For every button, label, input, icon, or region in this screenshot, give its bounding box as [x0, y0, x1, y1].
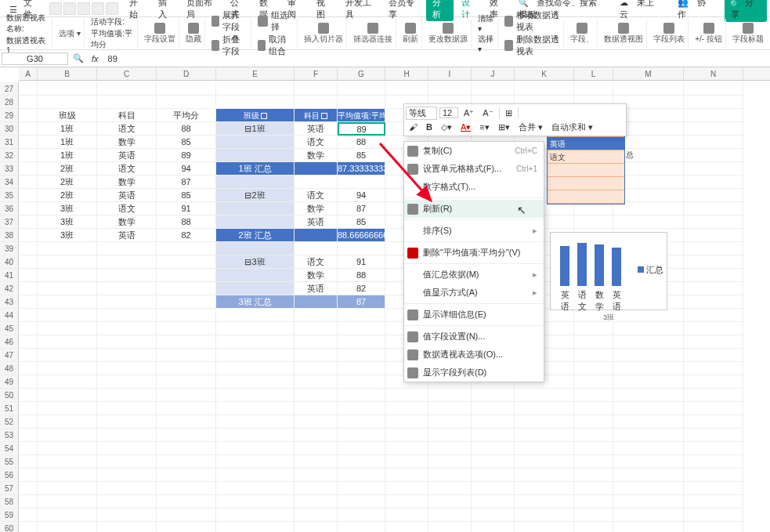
- cell[interactable]: [216, 322, 295, 335]
- cell[interactable]: [38, 469, 97, 482]
- ctx-item[interactable]: 删除"平均值项:平均分"(V): [404, 244, 544, 262]
- cell[interactable]: [295, 375, 338, 389]
- cell[interactable]: [38, 309, 97, 322]
- cell[interactable]: [216, 455, 295, 469]
- row-header[interactable]: 36: [0, 202, 19, 215]
- active-field-value[interactable]: 平均值项:平均分: [91, 28, 133, 50]
- bold-button[interactable]: B: [423, 121, 436, 132]
- cell[interactable]: [157, 455, 216, 469]
- cell[interactable]: [684, 189, 743, 202]
- row-header[interactable]: 58: [0, 495, 19, 508]
- cell[interactable]: [472, 402, 515, 415]
- cell[interactable]: [385, 455, 428, 469]
- cell[interactable]: [216, 136, 295, 149]
- cell[interactable]: [684, 375, 743, 389]
- cell[interactable]: [157, 349, 216, 362]
- cell[interactable]: [38, 282, 97, 295]
- cell[interactable]: [216, 309, 295, 322]
- col-m[interactable]: M: [613, 67, 684, 80]
- cell[interactable]: 89: [157, 149, 216, 162]
- font-family-select[interactable]: 等线: [406, 107, 437, 120]
- cell[interactable]: [19, 349, 38, 362]
- panel-item[interactable]: [548, 164, 624, 177]
- cell[interactable]: [295, 482, 338, 495]
- cell[interactable]: [38, 322, 97, 335]
- cell[interactable]: [338, 335, 385, 349]
- cell[interactable]: 3班: [38, 229, 97, 242]
- col-c[interactable]: C: [97, 67, 157, 80]
- cell[interactable]: [684, 122, 743, 136]
- cell[interactable]: [684, 522, 743, 532]
- cell[interactable]: [684, 202, 743, 215]
- cell[interactable]: 87.33333333: [338, 162, 385, 176]
- row-header[interactable]: 38: [0, 229, 19, 242]
- formula-input[interactable]: 89: [103, 53, 770, 64]
- cell[interactable]: [338, 242, 385, 255]
- cell[interactable]: [574, 375, 613, 389]
- ctx-item[interactable]: 数据透视表选项(O)...: [404, 346, 544, 364]
- cell[interactable]: [97, 375, 157, 389]
- cell[interactable]: [574, 495, 613, 508]
- cell[interactable]: [97, 495, 157, 508]
- cell[interactable]: [613, 455, 684, 469]
- cell[interactable]: [613, 469, 684, 482]
- cell[interactable]: [574, 349, 613, 362]
- cell[interactable]: [19, 96, 38, 109]
- cell[interactable]: [385, 429, 428, 442]
- cell[interactable]: 88.66666666: [338, 229, 385, 242]
- rib-change-src[interactable]: 更改数据源: [425, 19, 472, 48]
- cell[interactable]: [97, 242, 157, 255]
- cell[interactable]: [19, 455, 38, 469]
- cell[interactable]: [19, 215, 38, 229]
- cell[interactable]: [428, 389, 472, 402]
- cell[interactable]: [428, 429, 472, 442]
- cell[interactable]: [338, 469, 385, 482]
- cell[interactable]: [515, 442, 574, 455]
- cell[interactable]: [338, 82, 385, 96]
- cell[interactable]: [613, 375, 684, 389]
- cell[interactable]: [574, 415, 613, 429]
- cell[interactable]: [472, 495, 515, 508]
- cell[interactable]: [515, 469, 574, 482]
- cell[interactable]: [684, 322, 743, 335]
- qa-print-icon[interactable]: [92, 2, 104, 15]
- cell[interactable]: [216, 242, 295, 255]
- cell[interactable]: [295, 82, 338, 96]
- col-e[interactable]: E: [216, 67, 295, 80]
- cell[interactable]: 语文: [97, 202, 157, 215]
- cell[interactable]: [157, 255, 216, 269]
- cell[interactable]: [216, 375, 295, 389]
- cell[interactable]: ⊟2班: [216, 189, 295, 202]
- cell[interactable]: [684, 402, 743, 415]
- cell[interactable]: [97, 482, 157, 495]
- row-header[interactable]: 30: [0, 122, 19, 136]
- cell[interactable]: [338, 429, 385, 442]
- cell[interactable]: [385, 522, 428, 532]
- cell[interactable]: 94: [338, 189, 385, 202]
- cell[interactable]: 数学: [295, 269, 338, 282]
- rib-hide[interactable]: 隐藏: [183, 19, 205, 48]
- cell[interactable]: [684, 429, 743, 442]
- cell[interactable]: [216, 482, 295, 495]
- cell[interactable]: [38, 242, 97, 255]
- cell[interactable]: 85: [157, 136, 216, 149]
- cell[interactable]: 82: [157, 229, 216, 242]
- cell[interactable]: [684, 508, 743, 522]
- cell[interactable]: [157, 389, 216, 402]
- row-header[interactable]: 60: [0, 522, 19, 532]
- cell[interactable]: [19, 255, 38, 269]
- cell[interactable]: [38, 482, 97, 495]
- row-header[interactable]: 34: [0, 176, 19, 189]
- cell[interactable]: [157, 495, 216, 508]
- cell[interactable]: [216, 469, 295, 482]
- cell[interactable]: [613, 389, 684, 402]
- cell[interactable]: 87: [338, 202, 385, 215]
- cell[interactable]: [428, 482, 472, 495]
- cell[interactable]: 2班: [38, 162, 97, 176]
- cell[interactable]: [38, 82, 97, 96]
- cell[interactable]: [613, 402, 684, 415]
- cell[interactable]: [684, 495, 743, 508]
- ctx-item[interactable]: 排序(S)▸: [404, 222, 544, 240]
- cell[interactable]: [385, 508, 428, 522]
- row-header[interactable]: 45: [0, 322, 19, 335]
